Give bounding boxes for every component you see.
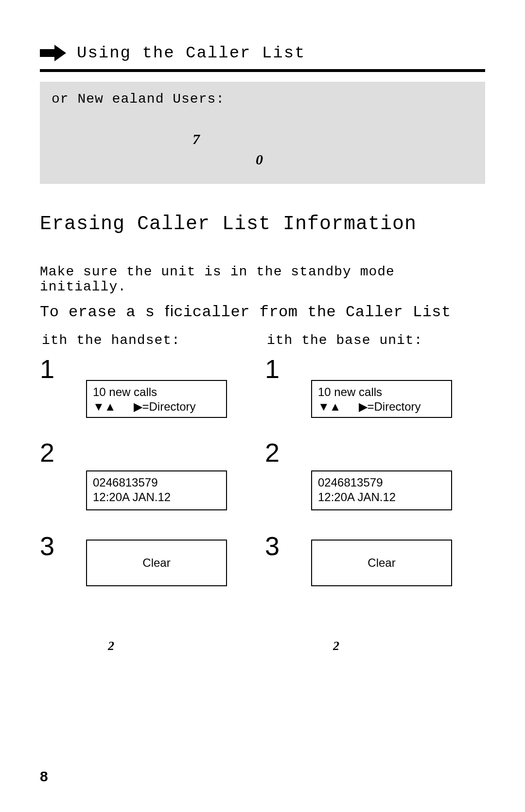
arrow-right-icon	[40, 45, 66, 61]
lcd-directory: ▶=Directory	[359, 399, 421, 414]
page-number: 8	[40, 768, 48, 785]
base-step-1: 1 10 new calls ▼▲ ▶=Directory	[265, 354, 485, 427]
lcd-screen: 0246813579 12:20A JAN.12	[86, 470, 227, 510]
lcd-screen: 0246813579 12:20A JAN.12	[311, 470, 452, 510]
note-num-0: 0	[256, 151, 263, 168]
handset-step-1: 1 10 new calls ▼▲ ▶=Directory	[40, 354, 260, 427]
nav-arrows-icon: ▼▲	[318, 399, 341, 414]
sub-prefix: To erase a s	[40, 303, 164, 321]
svg-rect-0	[40, 49, 54, 57]
svg-marker-1	[54, 45, 66, 61]
column-handset: ith the handset: 1 10 new calls ▼▲ ▶=Dir…	[40, 333, 260, 653]
lcd-line-number: 0246813579	[318, 475, 445, 490]
header-rule	[40, 69, 485, 72]
manual-page: Using the Caller List or New ealand User…	[0, 0, 525, 812]
lcd-line-time: 12:20A JAN.12	[318, 490, 445, 505]
sub-glued: ﬁci	[164, 303, 192, 321]
column-base-unit: ith the base unit: 1 10 new calls ▼▲ ▶=D…	[265, 333, 485, 653]
note-num-7: 7	[192, 131, 200, 147]
lcd-directory: ▶=Directory	[134, 399, 196, 414]
handset-footnote: 2	[108, 639, 260, 653]
base-footnote: 2	[333, 639, 485, 653]
region-note-box: or New ealand Users: 7 0	[40, 82, 485, 184]
lcd-screen: Clear	[86, 540, 227, 586]
lcd-screen: 10 new calls ▼▲ ▶=Directory	[86, 380, 227, 418]
step-number: 2	[40, 437, 54, 468]
step-number: 1	[40, 354, 54, 384]
column-handset-header: ith the handset:	[42, 333, 260, 348]
handset-step-2: 2 0246813579 12:20A JAN.12	[40, 437, 260, 520]
handset-step-3: 3 Clear	[40, 531, 260, 628]
lcd-clear-label: Clear	[142, 556, 170, 570]
instruction-columns: ith the handset: 1 10 new calls ▼▲ ▶=Dir…	[40, 333, 485, 653]
step-number: 2	[265, 437, 280, 468]
page-header: Using the Caller List	[40, 44, 485, 62]
lcd-line-time: 12:20A JAN.12	[93, 490, 220, 505]
lcd-line-number: 0246813579	[93, 475, 220, 490]
section-intro: Make sure the unit is in the standby mod…	[40, 264, 485, 294]
base-step-3: 3 Clear	[265, 531, 485, 628]
section-heading: Erasing Caller List Information	[40, 213, 485, 235]
lcd-screen: 10 new calls ▼▲ ▶=Directory	[311, 380, 452, 418]
lcd-line-calls: 10 new calls	[93, 385, 220, 399]
nav-arrows-icon: ▼▲	[93, 399, 116, 414]
lcd-line-calls: 10 new calls	[318, 385, 445, 399]
lcd-screen: Clear	[311, 540, 452, 586]
page-title: Using the Caller List	[77, 44, 305, 62]
note-numbers: 7 0	[52, 107, 473, 160]
note-line: or New ealand Users:	[52, 91, 473, 107]
step-number: 3	[265, 531, 280, 561]
sub-suffix: caller from the Caller List	[192, 303, 451, 321]
base-step-2: 2 0246813579 12:20A JAN.12	[265, 437, 485, 520]
column-base-header: ith the base unit:	[267, 333, 485, 348]
step-number: 3	[40, 531, 54, 561]
lcd-clear-label: Clear	[368, 556, 395, 570]
step-number: 1	[265, 354, 280, 384]
section-subheading: To erase a s ﬁcicaller from the Caller L…	[40, 303, 485, 321]
